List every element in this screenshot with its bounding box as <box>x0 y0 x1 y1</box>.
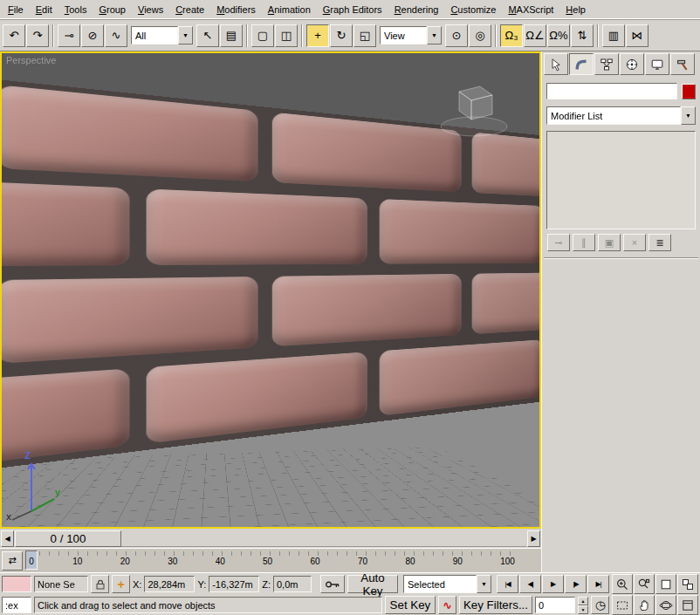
x-coordinate-field[interactable]: 28,284m <box>144 576 195 592</box>
configure-modifier-sets-button[interactable]: ≣ <box>649 234 671 251</box>
world-axis-tripod: Z x y <box>5 450 66 524</box>
current-frame-field[interactable]: 0 <box>535 597 575 613</box>
tick-70: 70 <box>358 557 367 566</box>
menu-item-create[interactable]: Create <box>169 2 210 17</box>
select-and-rotate-button[interactable]: ↻ <box>330 24 353 47</box>
perspective-viewport[interactable]: Z x y Perspective <box>0 51 541 529</box>
trackbar-toggle-icon[interactable]: ⇄ <box>2 551 23 571</box>
edit-named-selection-sets-button[interactable]: ▥ <box>602 24 625 47</box>
absolute-mode-transform-toggle[interactable]: + <box>112 575 130 593</box>
key-filters-button[interactable]: Key Filters... <box>459 596 532 614</box>
menu-item-animation[interactable]: Animation <box>262 2 317 17</box>
menu-item-help[interactable]: Help <box>559 2 592 17</box>
zoom-extents-all-icon <box>681 577 695 591</box>
auto-key-button[interactable]: Auto Key <box>347 575 398 593</box>
selection-filter-dropdown[interactable]: All ▼ <box>131 26 193 44</box>
default-in-out-tangents-button[interactable]: ∿ <box>438 596 456 614</box>
tick-30: 30 <box>168 557 177 566</box>
select-and-uniform-scale-button[interactable]: ◱ <box>353 24 376 47</box>
chevron-down-icon[interactable]: ▼ <box>681 106 696 125</box>
timeline-ruler[interactable]: 0102030405060708090100 <box>28 550 515 571</box>
window-crossing-toggle-button[interactable]: ◫ <box>275 24 298 47</box>
min-max-toggle-button[interactable] <box>677 595 698 615</box>
mirror-button[interactable]: ⋈ <box>626 24 649 47</box>
set-key-button[interactable]: Set Key <box>385 596 436 614</box>
menu-item-file[interactable]: File <box>2 2 30 17</box>
menu-item-customize[interactable]: Customize <box>444 2 502 17</box>
remove-modifier-button[interactable]: × <box>623 234 646 251</box>
tick-90: 90 <box>453 557 463 566</box>
maxscript-mini-listener[interactable]: :ex <box>2 597 31 613</box>
unlink-selection-button[interactable]: ⊘ <box>81 24 104 47</box>
object-color-swatch[interactable] <box>682 84 696 99</box>
menu-item-tools[interactable]: Tools <box>58 2 93 17</box>
angle-snap-toggle-button[interactable]: Ω∠ <box>524 24 546 47</box>
selection-lock-toggle[interactable] <box>91 575 109 593</box>
select-and-link-button[interactable]: ⊸ <box>58 24 80 47</box>
zoom-extents-button[interactable] <box>655 574 676 594</box>
menu-item-views[interactable]: Views <box>132 2 169 17</box>
utilities-tab[interactable] <box>670 53 695 75</box>
chevron-down-icon[interactable]: ▼ <box>178 26 193 44</box>
object-name-input[interactable] <box>546 83 677 99</box>
menu-item-graph-editors[interactable]: Graph Editors <box>317 2 388 17</box>
selection-set-dropdown[interactable]: Selected ▼ <box>403 575 491 593</box>
motion-tab[interactable] <box>620 53 644 75</box>
pin-stack-button[interactable]: ⊸ <box>547 234 570 251</box>
menu-item-edit[interactable]: Edit <box>30 2 58 17</box>
menu-item-rendering[interactable]: Rendering <box>388 2 445 17</box>
modify-tab[interactable] <box>569 53 594 75</box>
menu-bar: FileEditToolsGroupViewsCreateModifiersAn… <box>0 0 700 19</box>
percent-snap-toggle-button[interactable]: Ω% <box>547 24 570 47</box>
redo-button[interactable]: ↷ <box>26 24 49 47</box>
time-configuration-button[interactable]: ◷ <box>591 596 609 614</box>
next-frame-button[interactable]: |▶ <box>565 575 587 593</box>
chevron-down-icon[interactable]: ▼ <box>427 26 442 44</box>
select-and-move-button[interactable]: + <box>306 24 329 47</box>
pan-button[interactable] <box>634 595 655 615</box>
select-by-name-button[interactable]: ▤ <box>220 24 243 47</box>
chevron-down-icon[interactable]: ▼ <box>477 575 491 593</box>
bind-to-space-warp-button[interactable]: ∿ <box>105 24 127 47</box>
menu-item-maxscript[interactable]: MAXScript <box>502 2 559 17</box>
modifier-stack[interactable] <box>546 131 696 229</box>
rectangular-selection-region-button[interactable]: ▢ <box>251 24 274 47</box>
time-slider-handle[interactable]: 0 / 100 <box>15 530 121 547</box>
reference-coordinate-system-dropdown[interactable]: View ▼ <box>380 26 442 44</box>
menu-item-modifiers[interactable]: Modifiers <box>210 2 262 17</box>
go-to-end-button[interactable]: ▶| <box>587 575 609 593</box>
select-and-manipulate-button[interactable]: ◎ <box>469 24 491 47</box>
z-coordinate-field[interactable]: 0,0m <box>273 576 312 592</box>
selection-set-value: Selected <box>403 575 477 593</box>
go-to-start-button[interactable]: |◀ <box>497 575 518 593</box>
spinner-down-icon[interactable]: ▼ <box>578 605 588 614</box>
snaps-toggle-button[interactable]: Ω₃ <box>500 24 523 47</box>
show-end-result-button[interactable]: ∥ <box>573 234 595 251</box>
hierarchy-tab[interactable] <box>594 53 619 75</box>
modifier-list-dropdown[interactable]: Modifier List ▼ <box>546 106 696 125</box>
y-coordinate-field[interactable]: -16,327m <box>209 576 259 592</box>
rollouts-area[interactable] <box>544 263 698 571</box>
create-tab[interactable] <box>544 53 568 75</box>
maxscript-mini-listener-macro[interactable] <box>2 576 31 592</box>
select-object-button[interactable]: ↖ <box>196 24 219 47</box>
zoom-region-button[interactable] <box>612 595 633 615</box>
play-button[interactable]: ▶ <box>542 575 564 593</box>
undo-button[interactable]: ↶ <box>3 24 25 47</box>
display-tab[interactable] <box>645 53 669 75</box>
time-slider-next-arrow[interactable]: ▶ <box>527 530 540 547</box>
zoom-button[interactable] <box>612 574 633 594</box>
arc-rotate-button[interactable] <box>655 595 676 615</box>
zoom-extents-all-button[interactable] <box>677 574 698 594</box>
set-keys-button[interactable] <box>320 575 345 593</box>
time-slider-previous-arrow[interactable]: ◀ <box>1 530 14 547</box>
use-pivot-point-center-button[interactable]: ⊙ <box>445 24 468 47</box>
spinner-snap-toggle-button[interactable]: ⇅ <box>571 24 594 47</box>
zoom-all-button[interactable] <box>634 574 655 594</box>
time-slider-track[interactable]: 0 / 100 <box>15 530 526 547</box>
x-coordinate-label: X: <box>133 579 141 590</box>
previous-frame-button[interactable]: ◀| <box>519 575 541 593</box>
make-unique-button[interactable]: ▣ <box>598 234 621 251</box>
menu-item-group[interactable]: Group <box>93 2 132 17</box>
spinner-up-icon[interactable]: ▲ <box>578 597 588 605</box>
